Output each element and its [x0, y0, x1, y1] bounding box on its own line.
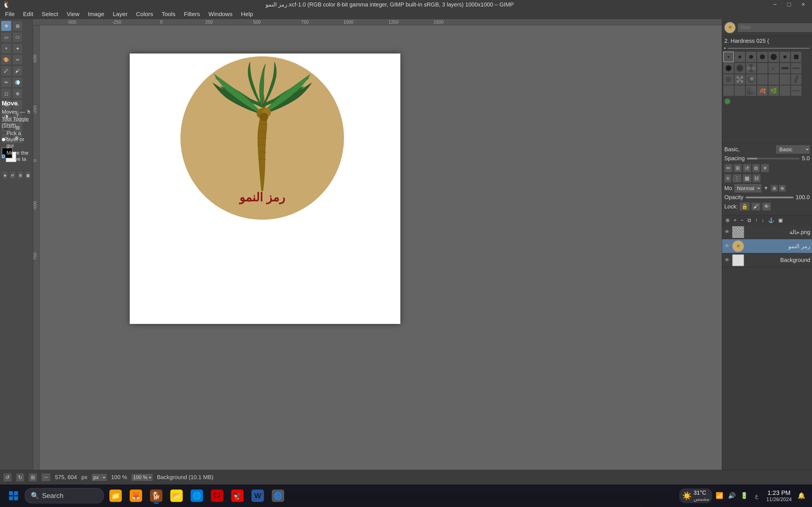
brush-item-28[interactable]: [791, 86, 802, 96]
layer-visibility-logo[interactable]: 👁: [724, 243, 730, 249]
radio-move-active-input[interactable]: [2, 154, 5, 158]
lock-visibility-btn[interactable]: 👁: [762, 203, 771, 211]
menu-file[interactable]: File: [1, 10, 18, 18]
stripe4-btn[interactable]: ⊟: [753, 174, 761, 182]
layer-down-btn[interactable]: ↓: [760, 217, 765, 224]
stripe3-btn[interactable]: ▦: [743, 174, 751, 182]
layer-merge-btn[interactable]: ▣: [777, 217, 784, 224]
unit-select[interactable]: pxmmin: [92, 474, 107, 481]
taskbar-app-files[interactable]: 📁: [107, 487, 124, 504]
brush-item-17[interactable]: [746, 74, 756, 85]
brush-item-1[interactable]: [723, 52, 734, 62]
paths-tool[interactable]: 🖊: [1, 66, 11, 76]
opacity-bar-container[interactable]: [746, 196, 794, 198]
tag-icon-btn[interactable]: ⊞: [733, 164, 742, 172]
brush-item-20[interactable]: ✿: [779, 74, 790, 85]
color-mode-btn[interactable]: ◈: [2, 171, 8, 179]
brush-item-23[interactable]: ✦: [734, 86, 745, 96]
brush-item-21[interactable]: [791, 74, 802, 85]
copy-icon-btn[interactable]: ⧉: [752, 164, 760, 172]
taskbar-app-edge[interactable]: 🌐: [188, 487, 205, 504]
pencil-tool[interactable]: ✏: [1, 77, 11, 87]
fuzzy-select[interactable]: ✦: [12, 43, 22, 54]
menu-select[interactable]: Select: [38, 10, 62, 18]
brush-item-16[interactable]: [734, 74, 745, 85]
airbrush-tool[interactable]: 💨: [12, 77, 22, 87]
radio-pick-layer[interactable]: Pick a layer or gui: [2, 130, 32, 149]
align-tool[interactable]: ⊞: [12, 21, 22, 31]
spacing-bar-container[interactable]: [747, 158, 800, 159]
brush-item-5[interactable]: [768, 52, 779, 62]
heal-tool[interactable]: ⊕: [12, 89, 22, 99]
edit-icon-btn[interactable]: ✏: [724, 164, 732, 172]
ellipse-tool[interactable]: ⬭: [12, 32, 22, 42]
brush-item-8[interactable]: [723, 63, 734, 73]
menu-windows[interactable]: Windows: [204, 10, 236, 18]
canvas-area[interactable]: رمز النمو: [40, 25, 722, 492]
radio-pick-layer-input[interactable]: [2, 138, 5, 142]
layer-chain-btn[interactable]: ⊕: [724, 217, 731, 224]
brush-item-7[interactable]: [791, 52, 802, 62]
default-colors-btn[interactable]: ⊞: [18, 171, 23, 179]
layer-row-logo[interactable]: 👁 🌴 رمز النمو: [722, 239, 812, 253]
taskbar-app-app1[interactable]: 🛡: [209, 487, 225, 504]
notifications-icon[interactable]: 🔔: [796, 491, 806, 501]
move-tool[interactable]: ✥: [1, 21, 11, 31]
brush-item-27[interactable]: ✒: [779, 86, 790, 96]
taskbar-app-gimp[interactable]: 🐕: [148, 487, 165, 504]
lock-brush-btn[interactable]: 🖌: [751, 203, 760, 211]
reset-icon-btn[interactable]: ↺: [743, 164, 751, 172]
brush-item-13[interactable]: [779, 63, 790, 73]
tool-toggle[interactable]: Tool Toggle (Shift): [2, 116, 32, 128]
mode-select[interactable]: Normal Multiply Screen: [734, 184, 761, 192]
menu-tools[interactable]: Tools: [158, 10, 179, 18]
start-button[interactable]: [6, 488, 21, 504]
stripe1-btn[interactable]: ≡: [724, 174, 731, 182]
layer-dup-btn[interactable]: ⧉: [746, 217, 752, 224]
free-select[interactable]: ⌖: [1, 43, 11, 54]
menu-image[interactable]: Image: [84, 10, 108, 18]
statusbar-redo-btn[interactable]: ↻: [16, 473, 24, 482]
brush-item-11[interactable]: [757, 63, 768, 73]
stripe2-btn[interactable]: ⋮: [732, 174, 742, 182]
brush-item-3[interactable]: [746, 52, 756, 62]
taskbar-app-word[interactable]: W: [249, 487, 266, 504]
basic-dropdown[interactable]: Basic Dynamics Advanced: [776, 145, 810, 154]
menu-colors[interactable]: Colors: [132, 10, 157, 18]
menu-edit[interactable]: Edit: [19, 10, 37, 18]
layer-anchor-btn[interactable]: ⚓: [767, 217, 775, 224]
menu-view[interactable]: View: [63, 10, 83, 18]
radio-move-active[interactable]: Move the active la: [2, 150, 32, 162]
delete-icon-btn[interactable]: ✕: [761, 164, 769, 172]
zoom-select[interactable]: 100 %50 %200 %: [132, 474, 153, 481]
scissors-tool[interactable]: ✂: [12, 55, 22, 65]
weather-badge[interactable]: ☀️ 31°C مشمس: [679, 489, 712, 503]
brush-item-6[interactable]: [779, 52, 790, 62]
brush-item-9[interactable]: [734, 63, 745, 73]
lock-alpha-btn[interactable]: 🔒: [740, 202, 750, 211]
volume-icon[interactable]: 🔊: [727, 491, 737, 501]
maximize-button[interactable]: □: [783, 0, 796, 9]
brush-item-14[interactable]: [791, 63, 802, 73]
statusbar-undo-btn[interactable]: ↺: [3, 473, 11, 482]
layer-row-png[interactable]: 👁 png.حالة: [722, 225, 812, 239]
close-button[interactable]: ×: [797, 0, 810, 9]
menu-help[interactable]: Help: [237, 10, 257, 18]
brush-item-26[interactable]: 🌿: [768, 86, 779, 96]
selection-tool[interactable]: ▭: [1, 32, 11, 42]
menu-layer[interactable]: Layer: [109, 10, 132, 18]
layer-visibility-bg[interactable]: 👁: [724, 257, 730, 264]
brush-item-4[interactable]: [757, 52, 768, 62]
brush-item-19[interactable]: ★: [768, 74, 779, 85]
brush-item-12[interactable]: 🖌: [768, 63, 779, 73]
system-clock[interactable]: 1:23 PM 11/26/2024: [764, 489, 794, 503]
layer-del-btn[interactable]: −: [740, 217, 745, 224]
layer-up-btn[interactable]: ↑: [754, 217, 759, 224]
taskbar-app-browser1[interactable]: 🦊: [128, 487, 144, 504]
statusbar-flip-btn[interactable]: ↔: [42, 473, 50, 482]
mode-icon-2[interactable]: ⊗: [779, 185, 786, 192]
pattern-btn[interactable]: ▦: [26, 171, 31, 179]
color-select[interactable]: 🎨: [1, 55, 11, 65]
paint-tool[interactable]: 🖌: [12, 66, 22, 76]
battery-icon[interactable]: 🔋: [739, 491, 749, 501]
